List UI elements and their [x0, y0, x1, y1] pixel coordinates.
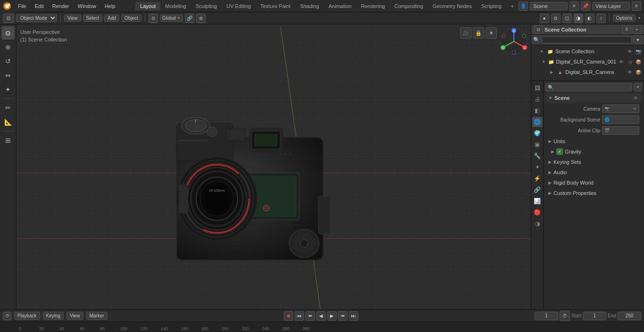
view-layer-selector[interactable]	[592, 2, 630, 10]
tab-modeling[interactable]: Modeling	[160, 2, 191, 10]
record-btn[interactable]: ⏺	[284, 311, 293, 321]
filter-options-icon[interactable]: ▼	[634, 36, 642, 44]
active-clip-field[interactable]: 🎬	[602, 126, 639, 135]
toolbar-cursor[interactable]: ⊙	[1, 26, 15, 40]
playback-menu[interactable]: Playback	[14, 312, 40, 320]
properties-filter-icon[interactable]: ▼	[634, 83, 642, 91]
camera-view-btn[interactable]: 🎥	[460, 27, 471, 39]
tab-animation[interactable]: Animation	[324, 2, 356, 10]
outliner-new-icon[interactable]: +	[633, 25, 641, 34]
prop-scene-icon[interactable]: 🌐	[532, 117, 543, 127]
shading-material[interactable]: ◐	[585, 14, 594, 23]
pin-icon[interactable]: 📌	[581, 1, 590, 11]
menu-edit[interactable]: Edit	[31, 2, 48, 10]
editor-type-icon[interactable]: ⊡	[3, 14, 14, 23]
play-btn[interactable]: ▶	[327, 311, 337, 321]
render-icon-2[interactable]: 📦	[635, 58, 642, 65]
prop-particles-icon[interactable]: ✦	[532, 162, 543, 172]
menu-file[interactable]: File	[14, 2, 30, 10]
blender-logo[interactable]	[0, 0, 14, 12]
render-icon[interactable]: 📷	[635, 48, 642, 55]
render-icon-3[interactable]: 📦	[635, 68, 642, 76]
prop-world-icon[interactable]: 🌍	[532, 128, 543, 138]
end-frame-input[interactable]	[618, 312, 641, 320]
outliner-item-camera-mesh[interactable]: ▶ ▲ Digital_SLR_Camera 👁 📦	[531, 67, 644, 77]
lock-camera-btn[interactable]: 🔒	[473, 27, 484, 39]
tab-add[interactable]: +	[506, 2, 519, 10]
snap-icon[interactable]: 🔗	[185, 14, 194, 23]
prop-render-icon[interactable]: 🖼	[532, 83, 543, 93]
prop-output-icon[interactable]: 🖨	[532, 94, 543, 105]
current-frame-input[interactable]	[535, 312, 558, 320]
outliner-filter-icon[interactable]: ⧖	[622, 25, 631, 34]
xray-icon[interactable]: ◫	[562, 14, 572, 23]
outliner-item-scene-collection[interactable]: ▼ 📁 Scene Collection 👁 📷	[531, 46, 644, 57]
step-back-btn[interactable]: ⬅	[305, 311, 315, 321]
viewport-3d[interactable]: 24-105mm	[17, 24, 531, 309]
scene-selector[interactable]	[530, 2, 568, 10]
prop-constraints-icon[interactable]: 🔗	[532, 185, 543, 195]
jump-end-btn[interactable]: ⏭	[349, 311, 358, 321]
viewport-icon[interactable]: ◷	[626, 58, 634, 65]
jump-start-btn[interactable]: ⏮	[295, 311, 304, 321]
viewport-render-btn[interactable]: ☀	[486, 27, 497, 39]
shading-rendered[interactable]: ○	[596, 14, 606, 23]
keying-menu[interactable]: Keying	[43, 312, 64, 320]
toolbar-scale[interactable]: ⇔	[1, 69, 15, 82]
account-icon[interactable]: 👤	[519, 1, 528, 11]
marker-menu[interactable]: Marker	[86, 312, 107, 320]
outliner-type-icon[interactable]: ⊡	[534, 25, 543, 34]
camera-value-field[interactable]: 📷 ✏	[602, 105, 639, 113]
gravity-checkbox[interactable]: ✓	[556, 148, 563, 155]
view-menu[interactable]: View	[66, 312, 83, 320]
menu-render[interactable]: Render	[49, 2, 73, 10]
properties-search-field[interactable]: 🔍	[545, 83, 632, 91]
outliner-search-input[interactable]	[542, 36, 632, 43]
scene-section-header[interactable]: ▼ Scene ⚙	[545, 93, 642, 103]
menu-help[interactable]: Help	[101, 2, 119, 10]
viewport-shade-rendered[interactable]: ●	[540, 14, 549, 23]
tab-rendering[interactable]: Rendering	[356, 2, 390, 10]
keying-sets-section[interactable]: ▶ Keying Sets	[545, 157, 642, 167]
pivot-point-icon[interactable]: ⊙	[149, 14, 158, 23]
toolbar-move[interactable]: ⊕	[1, 40, 15, 54]
toolbar-annotate[interactable]: ✏	[1, 101, 15, 114]
tab-compositing[interactable]: Compositing	[389, 2, 428, 10]
rigid-body-world-section[interactable]: ▶ Rigid Body World	[545, 178, 642, 188]
prop-shading-icon[interactable]: ◑	[532, 219, 543, 229]
toolbar-measure[interactable]: 📐	[1, 115, 15, 129]
tab-texture-paint[interactable]: Texture Paint	[256, 2, 295, 10]
tab-geometry-nodes[interactable]: Geometry Nodes	[428, 2, 477, 10]
transform-orientation[interactable]: Global ▼	[160, 15, 183, 22]
view-menu[interactable]: View	[64, 15, 81, 22]
viewport-gizmo[interactable]: Z X Y	[500, 27, 528, 56]
custom-properties-section[interactable]: ▶ Custom Properties	[545, 188, 642, 198]
overlay-icon[interactable]: ⧉	[551, 14, 561, 23]
prop-modifier-icon[interactable]: 🔧	[532, 151, 543, 161]
tab-sculpting[interactable]: Sculpting	[191, 2, 222, 10]
prop-data-icon[interactable]: 📊	[532, 196, 543, 206]
scene-section-options[interactable]: ⚙	[632, 94, 639, 102]
view-layer-options-icon[interactable]: ≡	[632, 1, 641, 11]
step-fwd-btn[interactable]: ➡	[338, 311, 347, 321]
expand-icon-3[interactable]: ▶	[548, 69, 555, 75]
visibility-icon-2[interactable]: 👁	[618, 58, 625, 65]
proportional-edit-icon[interactable]: ⊚	[196, 14, 206, 23]
visibility-icon[interactable]: 👁	[626, 48, 634, 55]
fps-clock-icon[interactable]: ⏱	[560, 311, 570, 321]
add-menu[interactable]: Add	[104, 15, 119, 22]
scene-options-icon[interactable]: ≡	[570, 1, 579, 11]
toolbar-rotate[interactable]: ↺	[1, 55, 15, 68]
camera-edit-icon[interactable]: ✏	[633, 106, 637, 111]
object-mode-selector[interactable]: Object Mode	[16, 14, 57, 22]
tab-layout[interactable]: Layout	[135, 2, 160, 10]
expand-icon-2[interactable]: ▼	[541, 58, 546, 65]
units-section[interactable]: ▶ Units	[545, 136, 642, 146]
options-btn[interactable]: Options	[613, 15, 636, 22]
visibility-icon-3[interactable]: 👁	[626, 68, 634, 76]
object-menu[interactable]: Object	[121, 15, 141, 22]
tab-shading[interactable]: Shading	[295, 2, 323, 10]
shading-solid[interactable]: ◑	[574, 14, 583, 23]
prop-material-icon[interactable]: 🔴	[532, 207, 543, 218]
toolbar-transform[interactable]: ✦	[1, 83, 15, 96]
